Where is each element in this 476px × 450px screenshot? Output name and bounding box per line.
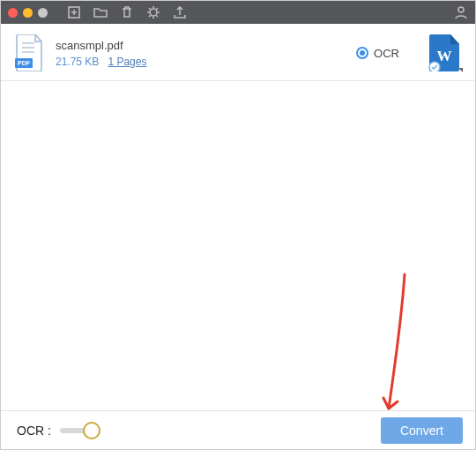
footer-bar: OCR : Convert: [1, 410, 475, 449]
add-file-icon[interactable]: [67, 5, 81, 19]
ocr-toggle-label: OCR :: [17, 424, 51, 438]
window-zoom-button[interactable]: [38, 8, 48, 18]
convert-button[interactable]: Convert: [381, 417, 463, 444]
file-name-label: scansmpl.pdf: [56, 39, 146, 52]
svg-point-11: [429, 62, 440, 71]
file-size-label: 21.75 KB: [56, 56, 99, 68]
file-metadata: scansmpl.pdf 21.75 KB 1 Pages: [56, 39, 146, 68]
file-pages-link[interactable]: 1 Pages: [108, 56, 146, 68]
export-icon[interactable]: [173, 5, 187, 19]
ocr-toggle[interactable]: [60, 428, 99, 433]
ocr-radio-label: OCR: [374, 47, 399, 60]
user-account-icon[interactable]: [454, 5, 468, 19]
svg-text:PDF: PDF: [18, 60, 31, 66]
settings-icon[interactable]: [146, 5, 160, 19]
toolbar: [67, 5, 187, 19]
ocr-option[interactable]: OCR: [356, 47, 399, 60]
window-minimize-button[interactable]: [23, 8, 33, 18]
svg-point-4: [458, 7, 464, 12]
ocr-radio-icon: [356, 47, 368, 59]
dropdown-indicator-icon: [458, 68, 463, 72]
open-folder-icon[interactable]: [93, 5, 108, 19]
trash-icon[interactable]: [120, 5, 134, 19]
annotation-arrow: [380, 273, 415, 423]
pdf-file-icon: PDF: [15, 34, 45, 71]
file-list-item: PDF scansmpl.pdf 21.75 KB 1 Pages OCR W: [1, 24, 475, 81]
svg-text:W: W: [437, 48, 452, 64]
word-file-icon: W: [426, 34, 461, 71]
svg-point-3: [150, 9, 157, 16]
output-format-button[interactable]: W: [426, 34, 461, 71]
window-close-button[interactable]: [8, 8, 18, 18]
window-titlebar: [1, 1, 475, 24]
